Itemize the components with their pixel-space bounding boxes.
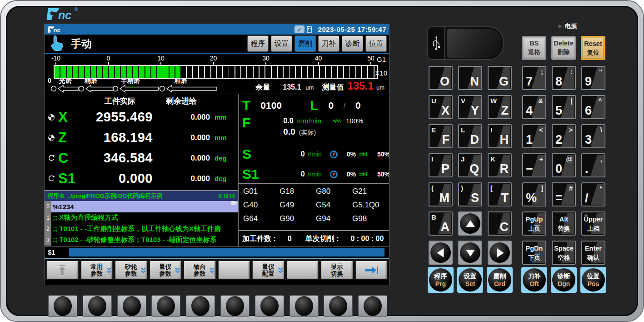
fkey-label-zh: 设置 bbox=[464, 272, 477, 280]
fkey-label-zh: 磨削 bbox=[494, 272, 506, 280]
device-frame: nc ® nc ✓ 2023-05-25 17:59:47 bbox=[0, 0, 644, 322]
fkey-label-en: Prg bbox=[435, 280, 446, 287]
fkey-label-en: Pos bbox=[588, 280, 599, 287]
fkey-label-en: Grd bbox=[494, 280, 505, 287]
fkey-set[interactable]: 设置Set bbox=[457, 267, 483, 293]
fkey-prg[interactable]: 程序Prg bbox=[428, 267, 454, 293]
button-dome: 设置Set bbox=[459, 268, 482, 292]
fkey-label-en: Set bbox=[465, 280, 475, 287]
fkey-label-zh: 程序 bbox=[434, 272, 447, 280]
fkey-pos[interactable]: 位置Pos bbox=[580, 267, 606, 293]
fkey-oft[interactable]: 刀补Oft bbox=[521, 267, 547, 293]
screen-function-keys: 程序Prg设置Set磨削Grd刀补Oft诊断Dgn位置Pos bbox=[1, 1, 643, 321]
button-dome: 诊断Dgn bbox=[552, 268, 575, 292]
fkey-label-zh: 诊断 bbox=[558, 272, 570, 280]
fkey-label-zh: 刀补 bbox=[528, 272, 541, 280]
button-dome: 刀补Oft bbox=[523, 268, 546, 292]
button-dome: 磨削Grd bbox=[488, 268, 511, 292]
fkey-grd[interactable]: 磨削Grd bbox=[487, 267, 513, 293]
fkey-label-en: Oft bbox=[529, 280, 539, 287]
button-dome: 位置Pos bbox=[582, 268, 605, 292]
fkey-dgn[interactable]: 诊断Dgn bbox=[551, 267, 577, 293]
fkey-label-zh: 位置 bbox=[587, 272, 600, 280]
button-dome: 程序Prg bbox=[429, 268, 452, 292]
fkey-label-en: Dgn bbox=[558, 280, 570, 287]
